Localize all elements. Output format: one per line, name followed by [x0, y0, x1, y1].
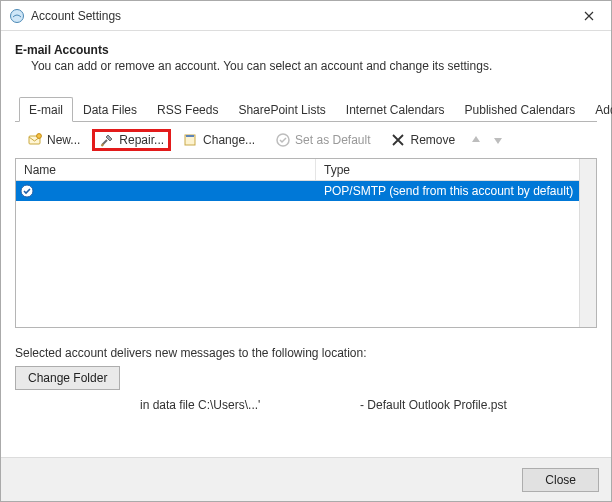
delivery-location-label: Selected account delivers new messages t…: [15, 346, 597, 360]
account-settings-dialog: Account Settings E-mail Accounts You can…: [0, 0, 612, 502]
new-button[interactable]: New...: [19, 128, 88, 152]
remove-icon: [390, 132, 406, 148]
row-name-cell: [16, 181, 316, 201]
tab-rss-feeds[interactable]: RSS Feeds: [147, 97, 228, 121]
new-label: New...: [47, 133, 80, 147]
repair-icon: [99, 132, 115, 148]
dialog-content: E-mail Accounts You can add or remove an…: [1, 31, 611, 457]
list-row[interactable]: POP/SMTP (send from this account by defa…: [16, 181, 596, 201]
titlebar: Account Settings: [1, 1, 611, 31]
toolbar: New... Repair...: [15, 122, 597, 158]
account-list[interactable]: Name Type POP/SMTP (send from this ac: [15, 158, 597, 328]
delivery-path: in data file C:\Users\...': [140, 398, 360, 412]
change-button[interactable]: Change...: [175, 128, 263, 152]
tab-internet-calendars[interactable]: Internet Calendars: [336, 97, 455, 121]
tab-published-calendars[interactable]: Published Calendars: [455, 97, 586, 121]
list-scrollbar[interactable]: [579, 159, 596, 327]
window-close-button[interactable]: [566, 1, 611, 31]
section-heading: E-mail Accounts: [15, 43, 597, 57]
list-header: Name Type: [16, 159, 596, 181]
change-label: Change...: [203, 133, 255, 147]
repair-button[interactable]: Repair...: [92, 129, 171, 151]
svg-point-0: [11, 9, 24, 22]
new-icon: [27, 132, 43, 148]
section-subheading: You can add or remove an account. You ca…: [31, 59, 597, 73]
tab-data-files[interactable]: Data Files: [73, 97, 147, 121]
close-button[interactable]: Close: [522, 468, 599, 492]
remove-button[interactable]: Remove: [382, 128, 463, 152]
delivery-location-details: in data file C:\Users\...' - Default Out…: [15, 398, 597, 412]
change-folder-button[interactable]: Change Folder: [15, 366, 120, 390]
default-account-check-icon: [20, 184, 34, 198]
row-type-cell: POP/SMTP (send from this account by defa…: [316, 181, 596, 201]
move-down-button: [489, 131, 507, 149]
tab-strip: E-mail Data Files RSS Feeds SharePoint L…: [15, 97, 597, 412]
set-default-label: Set as Default: [295, 133, 370, 147]
tab-email[interactable]: E-mail: [19, 97, 73, 122]
column-header-name[interactable]: Name: [16, 159, 316, 180]
tab-address-books[interactable]: Address Books: [585, 97, 612, 121]
delivery-profile: - Default Outlook Profile.pst: [360, 398, 507, 412]
remove-label: Remove: [410, 133, 455, 147]
change-icon: [183, 132, 199, 148]
svg-rect-5: [186, 135, 194, 137]
window-title: Account Settings: [31, 9, 566, 23]
move-up-button: [467, 131, 485, 149]
app-icon: [9, 8, 25, 24]
dialog-footer: Close: [1, 457, 611, 501]
tab-sharepoint-lists[interactable]: SharePoint Lists: [228, 97, 335, 121]
set-default-button: Set as Default: [267, 128, 378, 152]
column-header-type[interactable]: Type: [316, 159, 596, 180]
check-circle-icon: [275, 132, 291, 148]
svg-point-2: [37, 134, 42, 139]
repair-label: Repair...: [119, 133, 164, 147]
